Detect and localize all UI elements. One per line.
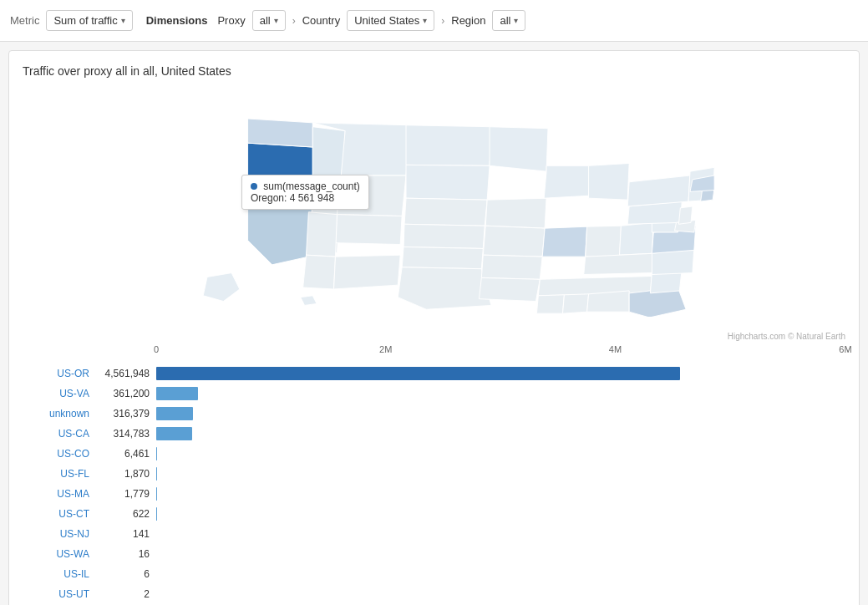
illinois-state[interactable] xyxy=(542,226,586,257)
x-label-6m: 6M xyxy=(839,344,851,354)
bar-track xyxy=(156,487,845,501)
bar-fill xyxy=(156,407,193,420)
country-dropdown[interactable]: United States ▾ xyxy=(347,10,434,31)
texas-state[interactable] xyxy=(398,267,491,310)
table-row: US-UT 2 xyxy=(23,585,845,603)
bar-value-us-ut: 2 xyxy=(89,588,156,600)
bar-link-us-ct[interactable]: US-CT xyxy=(23,508,89,520)
mississippi-state[interactable] xyxy=(536,295,564,313)
bar-link-us-va[interactable]: US-VA xyxy=(23,388,89,399)
arkansas-state[interactable] xyxy=(481,255,542,279)
bar-track xyxy=(156,407,845,420)
bar-chart: US-OR 4,561,948 US-VA 361,200 unknown 31… xyxy=(23,364,845,605)
bar-fill xyxy=(156,387,198,400)
south-dakota-state[interactable] xyxy=(406,165,490,200)
oklahoma-state[interactable] xyxy=(402,247,483,268)
wisconsin-state[interactable] xyxy=(544,165,590,198)
bar-link-us-wa[interactable]: US-WA xyxy=(23,548,89,560)
new-jersey-state[interactable] xyxy=(678,206,693,224)
bar-link-us-il[interactable]: US-IL xyxy=(23,568,89,580)
region-label: Region xyxy=(451,14,485,27)
table-row: unknown 316,379 xyxy=(23,404,845,423)
indiana-state[interactable] xyxy=(585,226,621,257)
proxy-dropdown[interactable]: all ▾ xyxy=(252,10,286,31)
bar-track xyxy=(156,527,845,541)
metric-value: Sum of traffic xyxy=(53,14,117,27)
bar-value-us-wa: 16 xyxy=(89,548,156,560)
arizona-state[interactable] xyxy=(302,255,335,289)
bar-value-us-ma: 1,779 xyxy=(89,488,156,500)
colorado-state[interactable] xyxy=(335,215,402,245)
louisiana-state[interactable] xyxy=(479,277,540,301)
minnesota-state[interactable] xyxy=(490,127,548,171)
new-mexico-state[interactable] xyxy=(333,255,400,289)
missouri-state[interactable] xyxy=(483,226,545,257)
iowa-state[interactable] xyxy=(485,198,546,228)
bar-link-us-or[interactable]: US-OR xyxy=(23,368,89,379)
bar-chart-area: 0 2M 4M 6M US-OR 4,561,948 US-VA 361,200… xyxy=(23,344,845,605)
bar-fill xyxy=(156,447,157,460)
x-label-0: 0 xyxy=(154,344,159,354)
bar-value-us-ca: 314,783 xyxy=(89,428,156,440)
metric-dropdown[interactable]: Sum of traffic ▾ xyxy=(46,10,132,31)
bar-value-us-va: 361,200 xyxy=(89,388,156,399)
north-dakota-state[interactable] xyxy=(406,125,491,166)
nebraska-state[interactable] xyxy=(404,198,487,226)
table-row: US-FL 1,870 xyxy=(23,465,845,483)
main-panel: Traffic over proxy all in all, United St… xyxy=(8,50,860,605)
metric-label: Metric xyxy=(10,14,39,27)
bar-link-us-nj[interactable]: US-NJ xyxy=(23,528,89,540)
table-row: US-MA 1,779 xyxy=(23,485,845,503)
utah-state[interactable] xyxy=(306,212,337,257)
hawaii-state[interactable] xyxy=(300,296,316,306)
oregon-state[interactable] xyxy=(247,143,312,200)
bar-link-us-fl[interactable]: US-FL xyxy=(23,468,89,480)
us-map xyxy=(150,91,718,317)
bar-track xyxy=(156,387,845,400)
bar-value-us-fl: 1,870 xyxy=(89,468,156,480)
new-york-state[interactable] xyxy=(627,175,690,206)
georgia-state[interactable] xyxy=(586,291,629,312)
bar-value-us-nj: 141 xyxy=(89,528,156,540)
wyoming-state[interactable] xyxy=(337,175,406,216)
ohio-state[interactable] xyxy=(619,222,653,255)
x-label-4m: 4M xyxy=(609,344,622,354)
michigan-state[interactable] xyxy=(588,163,629,200)
map-container: sum(message_count) Oregon: 4 561 948 xyxy=(23,91,845,325)
bar-fill xyxy=(156,367,680,380)
region-dropdown-arrow: ▾ xyxy=(514,16,518,25)
bar-track xyxy=(156,427,845,440)
table-row: US-CT 622 xyxy=(23,505,845,523)
proxy-label: Proxy xyxy=(217,14,245,27)
proxy-dropdown-arrow: ▾ xyxy=(274,16,278,25)
table-row: US-NJ 141 xyxy=(23,525,845,543)
bar-link-us-co[interactable]: US-CO xyxy=(23,448,89,460)
bar-track xyxy=(156,547,845,561)
proxy-value: all xyxy=(260,14,271,27)
bar-track xyxy=(156,467,845,480)
bar-link-us-ut[interactable]: US-UT xyxy=(23,588,89,600)
region-value: all xyxy=(500,14,510,27)
bar-track xyxy=(156,507,845,521)
chevron-region-icon: › xyxy=(441,15,444,27)
table-row: US-VA 361,200 xyxy=(23,384,845,403)
bar-value-us-co: 6,461 xyxy=(89,448,156,460)
kentucky-state[interactable] xyxy=(583,253,653,274)
california-state[interactable] xyxy=(247,200,312,265)
metric-dropdown-arrow: ▾ xyxy=(121,16,125,25)
bar-value-unknown: 316,379 xyxy=(89,408,156,419)
region-dropdown[interactable]: all ▾ xyxy=(492,10,525,31)
bar-value-us-ct: 622 xyxy=(89,508,156,520)
washington-state[interactable] xyxy=(247,119,312,147)
country-dropdown-arrow: ▾ xyxy=(423,16,427,25)
bar-link-us-ca[interactable]: US-CA xyxy=(23,428,89,440)
kansas-state[interactable] xyxy=(404,224,485,248)
bar-track xyxy=(156,447,845,460)
bar-value-us-or: 4,561,948 xyxy=(89,368,156,379)
table-row: US-WA 16 xyxy=(23,545,845,563)
bar-link-us-ma[interactable]: US-MA xyxy=(23,488,89,500)
alabama-state[interactable] xyxy=(562,294,588,313)
bar-link-unknown[interactable]: unknown xyxy=(23,408,89,419)
country-value: United States xyxy=(354,14,419,27)
alaska-state[interactable] xyxy=(203,273,240,302)
